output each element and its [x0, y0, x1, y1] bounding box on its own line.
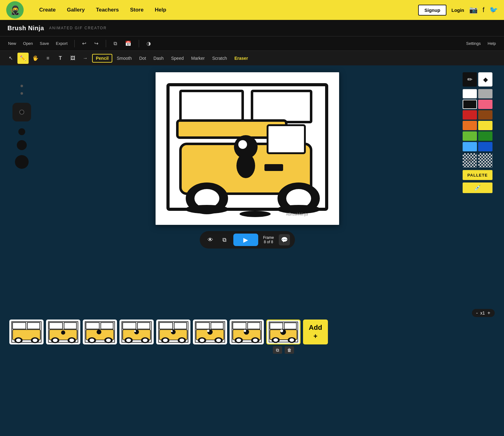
arrow-tool-btn[interactable]: → — [80, 53, 91, 64]
svg-point-45 — [90, 339, 94, 342]
app-title: Brush Ninja — [7, 25, 44, 32]
scratch-brush-btn[interactable]: Scratch — [209, 54, 230, 62]
save-button[interactable]: Save — [38, 40, 51, 47]
select-tool-btn[interactable]: ↖ — [5, 53, 16, 64]
color-row-6 — [463, 142, 492, 151]
frames-button[interactable]: ⧉ — [219, 234, 230, 245]
color-dark-blue[interactable] — [478, 142, 492, 151]
brush-size-selected-box[interactable] — [12, 103, 31, 121]
app-header: Brush Ninja ANIMATED GIF CREATOR — [0, 20, 504, 36]
color-light-green[interactable] — [463, 131, 477, 141]
frame-4[interactable] — [119, 320, 154, 344]
frame-1[interactable] — [9, 320, 44, 344]
dot-brush-btn[interactable]: Dot — [136, 54, 149, 62]
brush-size-xlarge[interactable] — [15, 155, 29, 169]
zoom-in-btn[interactable]: + — [488, 310, 490, 316]
canvas-svg: #BrushNinja — [156, 72, 339, 225]
instagram-icon[interactable]: 📷 — [469, 6, 478, 14]
dash-brush-btn[interactable]: Dash — [150, 54, 167, 62]
color-yellow[interactable] — [478, 121, 492, 130]
contrast-button[interactable]: ◑ — [144, 39, 153, 48]
brush-size-tiny[interactable] — [21, 85, 23, 87]
login-button[interactable]: Login — [451, 7, 464, 13]
image-tool-btn[interactable]: 🖼 — [67, 53, 78, 64]
color-black[interactable] — [463, 100, 477, 109]
frame-5[interactable] — [156, 320, 190, 344]
copy-button[interactable]: ⧉ — [111, 40, 119, 48]
help-toolbar-button[interactable]: Help — [486, 40, 498, 47]
frame-delete-btn[interactable]: 🗑 — [285, 346, 294, 354]
frame-6[interactable] — [193, 320, 227, 344]
add-frame-button[interactable]: Add + — [303, 320, 328, 344]
svg-point-58 — [143, 339, 147, 342]
frame-7[interactable] — [230, 320, 264, 344]
speed-brush-btn[interactable]: Speed — [168, 54, 187, 62]
text-tool-btn[interactable]: T — [55, 53, 66, 64]
palette-button[interactable]: PALLETE — [463, 170, 492, 180]
nav-store[interactable]: Store — [130, 7, 143, 13]
fill-mode-btn[interactable]: ◆ — [478, 72, 492, 87]
export-button[interactable]: Export — [54, 40, 69, 47]
smooth-brush-btn[interactable]: Smooth — [114, 54, 135, 62]
comments-button[interactable]: 💬 — [279, 234, 290, 245]
brush-tools-bar: ↖ ✏️ 🖐 ≡ T 🖼 → Pencil Smooth Dot Dash Sp… — [0, 50, 504, 66]
frame-8[interactable] — [266, 320, 301, 344]
pencil-tool-btn[interactable]: ✏️ — [17, 53, 29, 64]
play-button[interactable]: ▶ — [233, 234, 258, 246]
nav-create[interactable]: Create — [39, 7, 56, 13]
logo-area: 🥷 — [6, 1, 24, 19]
brush-size-medium[interactable] — [18, 128, 25, 135]
calendar-button[interactable]: 📅 — [123, 39, 134, 48]
zoom-level: x1 — [480, 310, 485, 315]
lines-tool-btn[interactable]: ≡ — [42, 53, 54, 64]
frame-3[interactable] — [83, 320, 117, 344]
paint-tool-btn[interactable]: 🖐 — [30, 53, 41, 64]
transparent-swatch-2[interactable] — [478, 153, 492, 168]
onion-skin-button[interactable]: 👁 — [205, 234, 216, 245]
zoom-out-btn[interactable]: - — [476, 310, 478, 316]
facebook-icon[interactable]: f — [483, 6, 484, 14]
separator-1 — [74, 40, 75, 47]
frame-8-actions: ⧉ 🗑 — [273, 346, 294, 354]
color-pink[interactable] — [478, 100, 492, 109]
color-dark-green[interactable] — [478, 131, 492, 141]
drawing-canvas[interactable]: #BrushNinja — [156, 72, 339, 225]
open-button[interactable]: Open — [21, 40, 35, 47]
color-gray[interactable] — [478, 89, 492, 98]
brush-size-tiny2[interactable] — [21, 92, 23, 95]
svg-point-67 — [163, 339, 168, 342]
frame-copy-btn[interactable]: ⧉ — [273, 346, 282, 354]
color-red[interactable] — [463, 110, 477, 120]
twitter-icon[interactable]: 🐦 — [489, 6, 498, 14]
nav-right: Signup Login 📷 f 🐦 — [418, 5, 498, 16]
svg-point-37 — [69, 339, 74, 342]
color-orange[interactable] — [463, 121, 477, 130]
nav-help[interactable]: Help — [155, 7, 166, 13]
svg-point-35 — [53, 339, 58, 342]
color-light-blue[interactable] — [463, 142, 477, 151]
svg-rect-6 — [268, 125, 305, 153]
brush-size-large[interactable] — [17, 140, 27, 150]
brush-mode-btn[interactable]: ✏ — [463, 72, 477, 87]
svg-rect-17 — [264, 164, 283, 171]
eyedropper-button[interactable]: 💉 — [463, 182, 492, 193]
svg-point-98 — [280, 329, 283, 332]
settings-button[interactable]: Settings — [464, 40, 483, 47]
transparent-swatch[interactable]: ✏ — [463, 153, 477, 168]
svg-point-16 — [240, 211, 271, 217]
undo-button[interactable]: ↩ — [80, 39, 89, 48]
frame-2[interactable] — [46, 320, 80, 344]
zoom-control: - x1 + — [472, 309, 495, 317]
color-white[interactable] — [463, 89, 477, 98]
redo-button[interactable]: ↪ — [92, 39, 101, 48]
separator-3 — [139, 40, 139, 47]
add-frame-icon: + — [314, 332, 318, 340]
color-brown[interactable] — [478, 110, 492, 120]
signup-button[interactable]: Signup — [418, 5, 446, 16]
nav-teachers[interactable]: Teachers — [96, 7, 119, 13]
new-button[interactable]: New — [6, 40, 18, 47]
marker-brush-btn[interactable]: Marker — [188, 54, 208, 62]
pencil-brush-btn[interactable]: Pencil — [92, 54, 112, 63]
eraser-btn[interactable]: Eraser — [231, 54, 251, 62]
nav-gallery[interactable]: Gallery — [67, 7, 85, 13]
